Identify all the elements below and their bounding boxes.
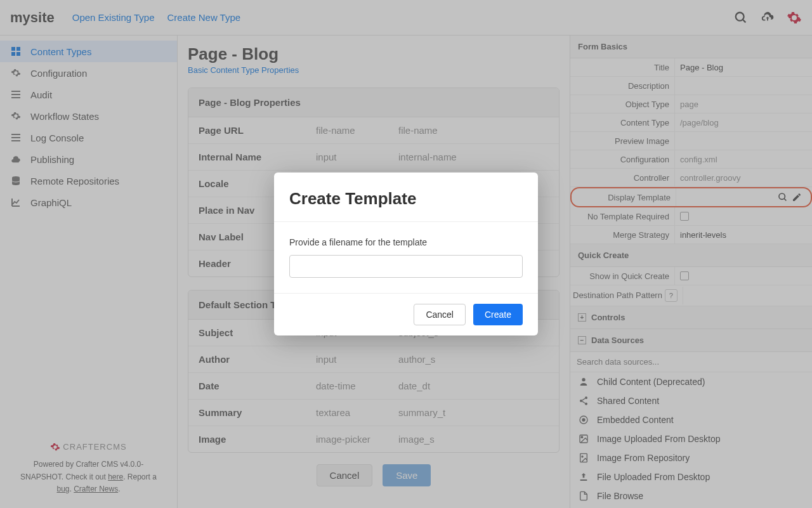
modal-create-button[interactable]: Create [473,304,523,325]
modal-body: Provide a filename for the template [274,222,538,293]
modal-footer: Cancel Create [274,293,538,335]
modal-cancel-button[interactable]: Cancel [414,304,466,325]
template-filename-input[interactable] [289,255,523,278]
modal-overlay: Create Template Provide a filename for t… [0,0,812,508]
create-template-modal: Create Template Provide a filename for t… [274,173,538,335]
modal-title: Create Template [289,189,523,209]
modal-label: Provide a filename for the template [289,237,523,247]
modal-header: Create Template [274,173,538,222]
